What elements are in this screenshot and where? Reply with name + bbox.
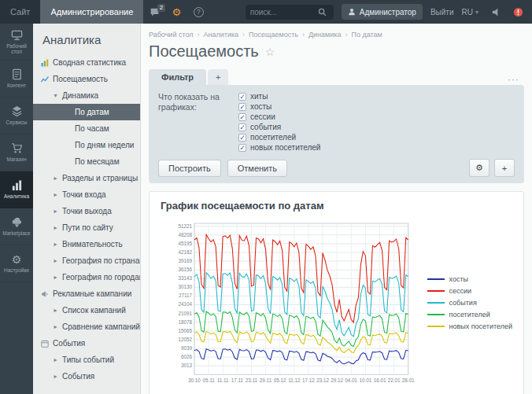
filter-checkbox[interactable]: ✓сессии bbox=[238, 112, 320, 122]
sidebar-item-desktop[interactable]: Рабочий стол bbox=[0, 24, 33, 61]
menu-item-entry-points[interactable]: ▸Точки входа bbox=[33, 186, 140, 203]
topbar-search[interactable] bbox=[246, 5, 334, 20]
main-content: Рабочий стол›Аналитика›Посещаемость›Дина… bbox=[141, 24, 532, 394]
sidebar-item-label: Настройки bbox=[4, 267, 29, 273]
filter-checkbox[interactable]: ✓хосты bbox=[238, 101, 320, 112]
search-icon[interactable] bbox=[318, 8, 327, 17]
svg-text:16.01: 16.01 bbox=[374, 377, 386, 383]
legend-label: посетителей bbox=[449, 311, 490, 319]
svg-text:05.11: 05.11 bbox=[202, 377, 215, 383]
search-input[interactable] bbox=[250, 8, 318, 17]
menu-item-label: Типы событий bbox=[62, 355, 114, 364]
megaphone-icon bbox=[41, 290, 50, 298]
tab-administration[interactable]: Администрирование bbox=[40, 0, 143, 24]
gear-icon[interactable]: ⚙ bbox=[165, 0, 187, 24]
sidebar-item-marketplace[interactable]: Marketplace bbox=[0, 208, 33, 245]
filter-checkbox[interactable]: ✓хиты bbox=[238, 91, 320, 101]
menu-item-campaign-list[interactable]: ▸Список кампаний bbox=[33, 302, 140, 319]
svg-text:42182: 42182 bbox=[179, 249, 193, 255]
checkbox-icon[interactable]: ✓ bbox=[238, 113, 246, 121]
checkbox-icon[interactable]: ✓ bbox=[238, 123, 246, 131]
filter-checkbox-list: ✓хиты✓хосты✓сессии✓события✓посетителей✓н… bbox=[238, 91, 320, 153]
language-selector[interactable]: RU ▾ bbox=[462, 8, 478, 17]
svg-text:30.10: 30.10 bbox=[188, 377, 201, 383]
checkbox-icon[interactable]: ✓ bbox=[238, 144, 246, 152]
menu-title: Аналитика bbox=[33, 24, 140, 54]
sidebar-item-services[interactable]: Сервисы bbox=[0, 98, 33, 134]
menu-item-by-weekdays[interactable]: По дням недели bbox=[33, 137, 140, 153]
menu-item-label: Пути по сайту bbox=[62, 223, 113, 232]
legend-item: новых посетителей bbox=[427, 322, 512, 330]
legend-color-swatch bbox=[427, 278, 445, 280]
build-button[interactable]: Построить bbox=[158, 160, 221, 177]
breadcrumb-item[interactable]: Рабочий стол bbox=[149, 31, 194, 39]
filter-checkbox[interactable]: ✓новых посетителей bbox=[238, 142, 320, 153]
add-filter-tab[interactable]: + bbox=[208, 69, 228, 85]
filter-add-button[interactable]: + bbox=[494, 159, 515, 177]
filter-checkbox[interactable]: ✓посетителей bbox=[238, 132, 320, 142]
chart-title: График посещаемости по датам bbox=[161, 200, 512, 212]
checkbox-label: новых посетителей bbox=[250, 143, 320, 152]
sidebar-item-settings[interactable]: ⚙Настройки bbox=[0, 245, 33, 282]
breadcrumb-item[interactable]: Аналитика bbox=[204, 31, 239, 39]
sidebar-item-content[interactable]: Контент bbox=[0, 61, 33, 98]
breadcrumb-item[interactable]: Посещаемость bbox=[249, 31, 298, 39]
analytics-menu: Аналитика Сводная статистикаПосещаемость… bbox=[33, 24, 141, 394]
tab-site[interactable]: Сайт bbox=[0, 0, 40, 24]
menu-item-campaign-compare[interactable]: ▸Сравнение кампаний bbox=[33, 319, 140, 335]
menu-item-by-dates[interactable]: По датам bbox=[33, 104, 140, 120]
menu-item-exit-points[interactable]: ▸Точки выхода bbox=[33, 203, 140, 219]
menu-item-label: Точки входа bbox=[62, 190, 106, 199]
svg-text:29.11: 29.11 bbox=[260, 377, 272, 383]
legend-label: сессии bbox=[449, 287, 472, 295]
menu-item-ad-campaigns[interactable]: Рекламные кампании bbox=[33, 285, 140, 302]
legend-label: события bbox=[449, 299, 477, 307]
user-menu-button[interactable]: Администратор bbox=[342, 4, 423, 20]
body-row: Рабочий столКонтентСервисыМагазинАналити… bbox=[0, 24, 532, 394]
menu-item-label: Посещаемость bbox=[53, 75, 108, 83]
calendar-icon bbox=[41, 340, 50, 348]
menu-item-events[interactable]: События bbox=[33, 335, 140, 352]
breadcrumb-item[interactable]: По датам bbox=[351, 31, 382, 39]
menu-item-summary-stats[interactable]: Сводная статистика bbox=[33, 54, 140, 71]
menu-list: Сводная статистикаПосещаемость▾ДинамикаП… bbox=[33, 54, 140, 385]
triangle-right-icon: ▸ bbox=[52, 224, 59, 231]
filter-settings-button[interactable]: ⚙ bbox=[469, 159, 490, 177]
checkbox-icon[interactable]: ✓ bbox=[238, 134, 246, 142]
checkbox-label: посетителей bbox=[250, 133, 296, 142]
chart-legend: хостысессиисобытияпосетителейновых посет… bbox=[427, 271, 512, 334]
menu-item-event-types[interactable]: ▸Типы событий bbox=[33, 352, 140, 368]
svg-text:6026: 6026 bbox=[181, 354, 193, 359]
menu-item-attendance[interactable]: Посещаемость bbox=[33, 71, 140, 87]
checkbox-icon[interactable]: ✓ bbox=[238, 93, 246, 101]
menu-item-events-list[interactable]: ▸События bbox=[33, 368, 140, 385]
sidebar-item-analytics[interactable]: Аналитика bbox=[0, 171, 33, 208]
menu-item-geo-cities[interactable]: ▸География по городам bbox=[33, 269, 140, 285]
svg-text:28.01: 28.01 bbox=[402, 377, 415, 383]
messenger-icon[interactable]: 2 bbox=[143, 0, 165, 24]
menu-item-by-months[interactable]: По месяцам bbox=[33, 153, 140, 170]
sidebar-item-shop[interactable]: Магазин bbox=[0, 134, 33, 171]
menu-item-by-hours[interactable]: По часам bbox=[33, 120, 140, 137]
help-icon[interactable]: ? bbox=[187, 0, 209, 24]
topbar: Сайт Администрирование 2 ⚙ ? Администрат… bbox=[0, 0, 532, 24]
user-label: Администратор bbox=[360, 8, 416, 17]
menu-item-geo-countries[interactable]: ▸География по странам bbox=[33, 252, 140, 269]
menu-item-dynamics[interactable]: ▾Динамика bbox=[33, 87, 140, 104]
logout-link[interactable]: Выйти bbox=[430, 8, 454, 17]
svg-text:10.01: 10.01 bbox=[360, 377, 372, 383]
favorite-star-icon[interactable]: ☆ bbox=[265, 46, 275, 58]
cancel-button[interactable]: Отменить bbox=[227, 160, 287, 177]
filter-more-icon[interactable]: ··· bbox=[503, 74, 524, 85]
menu-item-attention[interactable]: ▸Внимательность bbox=[33, 236, 140, 252]
alert-icon[interactable] bbox=[507, 0, 529, 24]
volume-icon[interactable] bbox=[485, 0, 507, 24]
breadcrumb-item[interactable]: Динамика bbox=[308, 31, 341, 39]
legend-color-swatch bbox=[427, 314, 445, 315]
menu-item-label: География по городам bbox=[62, 273, 140, 282]
menu-item-site-paths[interactable]: ▸Пути по сайту bbox=[33, 219, 140, 236]
menu-item-sections-pages[interactable]: ▸Разделы и страницы bbox=[33, 170, 140, 186]
filter-tab[interactable]: Фильтр bbox=[149, 69, 206, 85]
checkbox-icon[interactable]: ✓ bbox=[238, 103, 246, 111]
filter-checkbox[interactable]: ✓события bbox=[238, 122, 320, 132]
